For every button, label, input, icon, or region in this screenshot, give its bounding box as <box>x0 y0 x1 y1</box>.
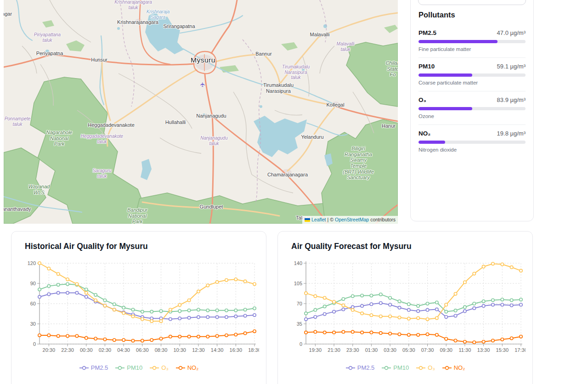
svg-text:35: 35 <box>297 321 302 327</box>
pollutant-value: 19.8 µg/m³ <box>497 130 526 137</box>
svg-text:02:30: 02:30 <box>99 347 112 353</box>
svg-text:70: 70 <box>297 301 302 306</box>
pollutant-value: 47.0 µg/m³ <box>497 29 526 36</box>
forecast-chart-legend: PM2.5PM10O₃NO₂ <box>285 364 526 371</box>
legend-line-icon <box>149 365 159 371</box>
svg-text:23:30: 23:30 <box>346 347 359 353</box>
legend-item-NO[interactable]: NO₂ <box>175 364 199 371</box>
legend-line-icon <box>442 365 452 371</box>
pollutant-progress-fill <box>418 40 498 43</box>
legend-item-PM2.5[interactable]: PM2.5 <box>345 364 375 371</box>
legend-label: PM2.5 <box>357 364 375 371</box>
forecast-chart[interactable]: 0357010514019:3021:3023:3001:3003:3005:3… <box>285 259 526 359</box>
legend-item-NO[interactable]: NO₂ <box>442 364 465 371</box>
svg-text:18:30: 18:30 <box>248 347 259 353</box>
svg-text:09:30: 09:30 <box>440 347 452 353</box>
svg-text:06:30: 06:30 <box>136 347 149 353</box>
legend-label: O₃ <box>428 364 435 371</box>
legend-item-PM10[interactable]: PM10 <box>381 364 409 371</box>
pollutant-value: 59.1 µg/m³ <box>497 63 526 70</box>
svg-text:30: 30 <box>30 321 36 327</box>
openstreetmap-link[interactable]: OpenStreetMap <box>335 216 369 224</box>
legend-item-O[interactable]: O₃ <box>416 364 435 371</box>
legend-label: O₃ <box>161 364 168 371</box>
pollutant-description: Coarse particulate matter <box>418 80 526 85</box>
historical-chart-legend: PM2.5PM10O₃NO₂ <box>18 364 259 371</box>
chart-plot-area: 0357010514019:3021:3023:3001:3003:3005:3… <box>285 259 526 357</box>
svg-text:60: 60 <box>30 301 36 306</box>
leaflet-map[interactable]: ✈ nagarKrishnarajanagaraSrirangapatnaMal… <box>4 0 398 224</box>
pollutant-progress-fill <box>418 73 472 77</box>
legend-item-PM10[interactable]: PM10 <box>115 364 142 371</box>
pollutants-panel: Pollutants PM2.547.0 µg/m³Fine particula… <box>410 0 534 221</box>
pollutant-progress-track <box>418 40 526 43</box>
svg-text:21:30: 21:30 <box>328 347 340 353</box>
chart-plot-area: 030609012020:3022:3000:3002:3004:3006:30… <box>18 259 259 357</box>
svg-text:04:30: 04:30 <box>117 347 130 353</box>
svg-text:90: 90 <box>30 281 36 286</box>
svg-text:14:30: 14:30 <box>211 347 224 353</box>
svg-text:140: 140 <box>294 260 302 266</box>
pollutant-row-1: PM1059.1 µg/m³Coarse particulate matter <box>418 58 526 91</box>
legend-item-O[interactable]: O₃ <box>149 364 168 371</box>
legend-line-icon <box>79 365 89 371</box>
airport-icon: ✈ <box>199 82 206 87</box>
attribution-separator: | <box>328 216 329 224</box>
pollutant-row-2: O₃83.9 µg/m³Ozone <box>418 91 526 125</box>
pollutant-description: Fine particulate matter <box>418 46 526 52</box>
legend-label: NO₂ <box>187 364 199 371</box>
pollutant-row-3: NO₂19.8 µg/m³Nitrogen dioxide <box>418 125 526 158</box>
ukraine-flag-icon <box>305 218 310 222</box>
svg-text:15:30: 15:30 <box>496 347 509 353</box>
pollutant-name: PM2.5 <box>418 29 436 36</box>
historical-chart-title: Historical Air Quality for Mysuru <box>25 242 259 251</box>
svg-text:19:30: 19:30 <box>309 347 322 353</box>
svg-text:105: 105 <box>294 281 302 286</box>
legend-line-icon <box>345 365 356 371</box>
svg-text:11:30: 11:30 <box>459 347 471 353</box>
historical-chart[interactable]: 030609012020:3022:3000:3002:3004:3006:30… <box>18 259 259 359</box>
pollutant-description: Ozone <box>418 113 526 119</box>
pollutant-row-0: PM2.547.0 µg/m³Fine particulate matter <box>418 24 526 58</box>
legend-item-PM2.5[interactable]: PM2.5 <box>79 364 108 371</box>
city-input-cutoff[interactable] <box>418 0 526 5</box>
historical-chart-card: Historical Air Quality for Mysuru 030609… <box>11 231 266 384</box>
svg-text:00:30: 00:30 <box>80 347 93 353</box>
legend-label: PM10 <box>393 364 409 371</box>
forecast-chart-card: Air Quality Forecast for Mysuru 03570105… <box>277 231 533 384</box>
pollutant-progress-track <box>418 107 526 110</box>
legend-line-icon <box>416 365 426 371</box>
legend-line-icon <box>115 365 125 371</box>
legend-label: PM2.5 <box>91 364 108 371</box>
attribution-suffix: contributors <box>370 216 396 224</box>
pollutants-title: Pollutants <box>418 11 455 19</box>
pollutant-progress-fill <box>418 107 472 110</box>
svg-text:22:30: 22:30 <box>61 347 74 353</box>
svg-text:0: 0 <box>33 341 36 347</box>
svg-text:17:30: 17:30 <box>514 347 526 353</box>
svg-text:0: 0 <box>300 341 302 347</box>
svg-text:20:30: 20:30 <box>43 347 56 353</box>
pollutant-name: NO₂ <box>418 130 430 137</box>
map-attribution: Leaflet | © OpenStreetMap contributors <box>302 216 398 224</box>
pollutant-name: O₃ <box>418 96 426 103</box>
map-basemap: ✈ <box>4 0 398 224</box>
forecast-chart-title: Air Quality Forecast for Mysuru <box>291 242 526 251</box>
svg-text:03:30: 03:30 <box>384 347 396 353</box>
svg-text:07:30: 07:30 <box>421 347 434 353</box>
legend-label: PM10 <box>127 364 142 371</box>
svg-text:13:30: 13:30 <box>477 347 490 353</box>
pollutant-progress-fill <box>418 141 445 144</box>
svg-text:05:30: 05:30 <box>402 347 415 353</box>
legend-label: NO₂ <box>454 364 465 371</box>
legend-line-icon <box>175 365 186 371</box>
pollutant-description: Nitrogen dioxide <box>418 147 526 152</box>
svg-text:01:30: 01:30 <box>365 347 378 353</box>
pollutant-name: PM10 <box>418 63 435 70</box>
leaflet-link[interactable]: Leaflet <box>311 216 326 224</box>
pollutant-progress-track <box>418 73 526 77</box>
svg-text:12:30: 12:30 <box>192 347 205 353</box>
copyright-symbol: © <box>330 216 334 224</box>
pollutant-progress-track <box>418 141 526 144</box>
legend-line-icon <box>381 365 391 371</box>
